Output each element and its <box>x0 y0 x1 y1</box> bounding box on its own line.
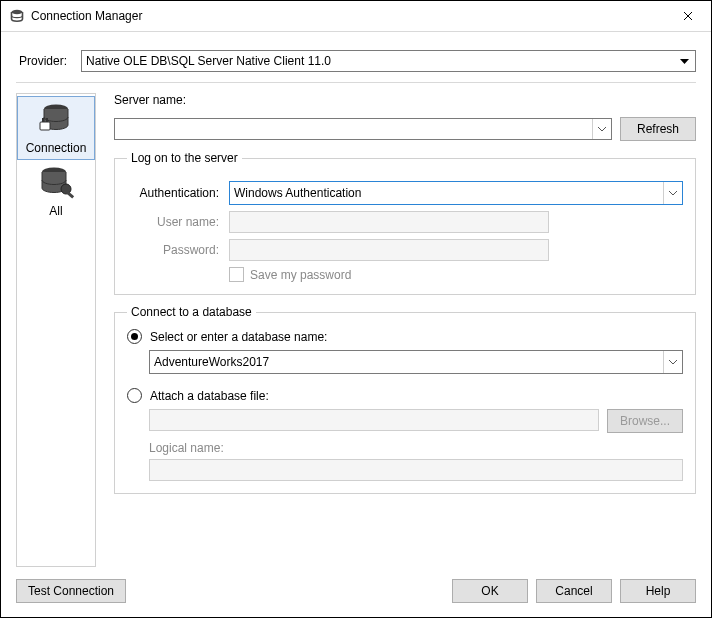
attach-file-row: Browse... <box>149 409 683 433</box>
sidebar: Connection All <box>16 93 96 567</box>
database-name-value: AdventureWorks2017 <box>150 355 663 369</box>
select-db-label: Select or enter a database name: <box>150 330 327 344</box>
logon-legend: Log on to the server <box>127 151 242 165</box>
svg-point-0 <box>12 10 23 14</box>
server-label: Server name: <box>114 93 696 107</box>
database-plug-icon <box>18 101 94 139</box>
provider-value: Native OLE DB\SQL Server Native Client 1… <box>86 54 331 68</box>
chevron-down-icon <box>675 53 693 69</box>
attach-file-input <box>149 409 599 431</box>
save-password-row: Save my password <box>229 267 683 282</box>
test-connection-button[interactable]: Test Connection <box>16 579 126 603</box>
logical-name-input <box>149 459 683 481</box>
provider-label: Provider: <box>19 54 73 68</box>
save-password-checkbox <box>229 267 244 282</box>
password-label: Password: <box>127 243 219 257</box>
content: Server name: Refresh Log on to the serve… <box>96 93 696 567</box>
window-title: Connection Manager <box>31 9 665 23</box>
select-db-radio[interactable] <box>127 329 142 344</box>
titlebar: Connection Manager <box>1 1 711 32</box>
username-row: User name: <box>127 211 683 233</box>
auth-value: Windows Authentication <box>230 186 663 200</box>
close-icon <box>683 11 693 21</box>
database-name-select[interactable]: AdventureWorks2017 <box>149 350 683 374</box>
auth-label: Authentication: <box>127 186 219 200</box>
provider-select[interactable]: Native OLE DB\SQL Server Native Client 1… <box>81 50 696 72</box>
chevron-down-icon <box>663 182 682 204</box>
database-wrench-icon <box>17 164 95 202</box>
refresh-button[interactable]: Refresh <box>620 117 696 141</box>
database-group: Connect to a database Select or enter a … <box>114 305 696 494</box>
password-input <box>229 239 549 261</box>
select-db-radio-row[interactable]: Select or enter a database name: <box>127 329 683 344</box>
username-label: User name: <box>127 215 219 229</box>
chevron-down-icon <box>663 351 682 373</box>
close-button[interactable] <box>665 1 711 31</box>
chevron-down-icon <box>592 119 611 139</box>
attach-db-radio[interactable] <box>127 388 142 403</box>
password-row: Password: <box>127 239 683 261</box>
main: Connection All Server name: <box>1 83 711 567</box>
logical-name-label: Logical name: <box>149 441 683 455</box>
auth-row: Authentication: Windows Authentication <box>127 181 683 205</box>
svg-rect-3 <box>42 118 44 122</box>
server-name-combo[interactable] <box>114 118 612 140</box>
ok-button[interactable]: OK <box>452 579 528 603</box>
svg-rect-4 <box>46 118 48 122</box>
sidebar-item-all[interactable]: All <box>17 160 95 222</box>
database-legend: Connect to a database <box>127 305 256 319</box>
attach-db-label: Attach a database file: <box>150 389 269 403</box>
server-row: Refresh <box>114 117 696 141</box>
window: Connection Manager Provider: Native OLE … <box>0 0 712 618</box>
auth-select[interactable]: Windows Authentication <box>229 181 683 205</box>
browse-button: Browse... <box>607 409 683 433</box>
footer: Test Connection OK Cancel Help <box>1 567 711 617</box>
app-icon <box>9 8 25 24</box>
sidebar-item-label: All <box>17 204 95 218</box>
sidebar-item-connection[interactable]: Connection <box>17 96 95 160</box>
username-input <box>229 211 549 233</box>
cancel-button[interactable]: Cancel <box>536 579 612 603</box>
logon-group: Log on to the server Authentication: Win… <box>114 151 696 295</box>
sidebar-item-label: Connection <box>18 141 94 155</box>
save-password-label: Save my password <box>250 268 351 282</box>
attach-db-radio-row[interactable]: Attach a database file: <box>127 388 683 403</box>
help-button[interactable]: Help <box>620 579 696 603</box>
provider-row: Provider: Native OLE DB\SQL Server Nativ… <box>1 32 711 82</box>
svg-rect-2 <box>40 122 50 130</box>
